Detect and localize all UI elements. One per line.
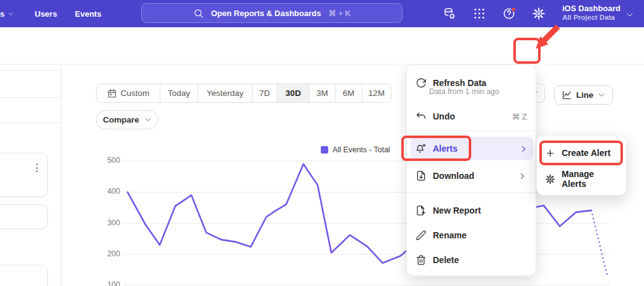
menu-item-shortcut: ⌘ Z	[511, 112, 527, 121]
plus-icon	[545, 148, 555, 158]
submenu-item-manage-alerts[interactable]: Manage Alerts	[539, 167, 625, 191]
chevron-right-icon	[518, 171, 527, 181]
help-icon[interactable]	[502, 7, 516, 20]
y-axis-tick: 200	[98, 249, 120, 258]
download-icon	[416, 170, 427, 181]
date-range-label: 6M	[343, 89, 355, 98]
menu-item-label: Download	[433, 171, 511, 181]
menu-item-alerts[interactable]: Alerts	[411, 137, 533, 160]
pencil-icon	[416, 230, 427, 241]
file-plus-icon	[416, 205, 427, 216]
date-range-control: Custom Today Yesterday 7D 30D 3M 6M 12M	[96, 84, 391, 103]
sidebar-card[interactable]	[0, 153, 48, 197]
date-range-label: Today	[168, 89, 190, 98]
date-range-label: 30D	[285, 89, 301, 98]
date-range-label: 3M	[316, 89, 328, 98]
top-navigation-bar: s Users Events Open Reports & Dashboards…	[0, 0, 644, 27]
search-shortcut: ⌘ + K	[328, 9, 350, 18]
y-axis-tick: 400	[98, 187, 120, 196]
menu-item-label: New Report	[433, 206, 527, 215]
submenu-item-label: Create Alert	[562, 148, 611, 158]
menu-item-label: Rename	[433, 230, 527, 240]
kebab-menu-icon[interactable]	[32, 162, 41, 174]
menu-item-label: Alerts	[433, 144, 513, 154]
notification-dot	[511, 7, 515, 11]
nav-item-truncated[interactable]: s	[0, 0, 14, 27]
chevron-down-icon	[144, 116, 152, 124]
sidebar-divider	[0, 97, 61, 98]
date-range-today[interactable]: Today	[160, 84, 198, 102]
y-axis-tick: 300	[98, 219, 120, 227]
apps-grid-icon[interactable]	[472, 7, 486, 20]
chevron-down-icon[interactable]	[625, 11, 634, 19]
y-axis-tick: 500	[98, 156, 120, 165]
menu-divider	[407, 131, 536, 131]
nav-item-label: Users	[35, 9, 57, 19]
menu-item-label: Delete	[433, 255, 527, 265]
sidebar-divider	[0, 123, 61, 123]
report-header	[0, 27, 644, 64]
menu-item-download[interactable]: Download	[407, 164, 536, 188]
trash-icon	[416, 254, 427, 266]
compare-button[interactable]: Compare	[96, 110, 159, 129]
calendar-icon	[107, 89, 117, 98]
date-range-label: Yesterday	[207, 89, 244, 98]
nav-item-events[interactable]: Events	[75, 0, 102, 27]
submenu-item-label: Manage Alerts	[562, 169, 619, 189]
date-range-label: 7D	[259, 89, 270, 98]
alerts-submenu: Create Alert Manage Alerts	[536, 135, 627, 196]
legend-swatch	[321, 146, 328, 154]
left-sidebar	[0, 64, 61, 286]
project-title: iOS Dashboard	[562, 4, 620, 13]
more-options-menu: Refresh Data Data from 1 min ago Undo ⌘ …	[406, 64, 536, 276]
chevron-right-icon	[519, 144, 528, 154]
line-chart-icon	[562, 90, 572, 100]
nav-item-users[interactable]: Users	[35, 0, 57, 27]
gear-icon	[545, 174, 555, 184]
chart-legend: All Events - Total	[321, 145, 390, 154]
menu-item-delete[interactable]: Delete	[407, 248, 536, 272]
date-range-3m[interactable]: 3M	[310, 84, 336, 102]
menu-item-sublabel: Data from 1 min ago	[429, 87, 499, 96]
project-switcher[interactable]: iOS Dashboard All Project Data	[562, 4, 620, 22]
undo-icon	[416, 111, 427, 122]
sidebar-card[interactable]	[0, 265, 48, 286]
menu-divider	[407, 193, 536, 193]
y-axis-tick: 100	[98, 280, 120, 286]
data-management-icon[interactable]	[443, 7, 456, 20]
project-subtitle: All Project Data	[562, 13, 620, 22]
search-placeholder: Open Reports & Dashboards	[211, 9, 321, 18]
date-range-12m[interactable]: 12M	[362, 84, 391, 102]
menu-item-new-report[interactable]: New Report	[407, 199, 536, 222]
refresh-icon	[416, 77, 427, 89]
date-range-yesterday[interactable]: Yesterday	[198, 84, 253, 102]
submenu-item-create-alert[interactable]: Create Alert	[539, 141, 625, 165]
nav-item-label: Events	[75, 9, 102, 19]
chevron-down-icon	[598, 91, 606, 99]
global-search-input[interactable]: Open Reports & Dashboards ⌘ + K	[141, 3, 402, 23]
menu-item-undo[interactable]: Undo ⌘ Z	[407, 105, 536, 128]
menu-item-label: Undo	[433, 111, 505, 121]
menu-item-rename[interactable]: Rename	[407, 223, 536, 247]
date-range-6m[interactable]: 6M	[336, 84, 362, 102]
mixpanel-report-page: 500 400 300 200 100 All Events - Total C…	[0, 0, 644, 286]
sidebar-divider	[0, 70, 61, 71]
sidebar-card[interactable]	[0, 204, 48, 229]
nav-item-label: s	[0, 9, 4, 19]
search-icon	[193, 8, 204, 19]
date-range-7d[interactable]: 7D	[253, 84, 277, 102]
settings-gear-icon[interactable]	[532, 7, 546, 20]
menu-item-label: Refresh Data	[433, 78, 527, 88]
compare-label: Compare	[103, 115, 139, 124]
date-range-custom[interactable]: Custom	[97, 84, 160, 102]
date-range-label: Custom	[121, 89, 150, 98]
date-range-label: 12M	[368, 89, 385, 98]
chevron-down-icon	[7, 11, 14, 17]
bell-plus-icon	[416, 143, 427, 154]
date-range-30d-selected[interactable]: 30D	[277, 84, 310, 102]
legend-label: All Events - Total	[333, 145, 390, 154]
chart-type-label: Line	[577, 90, 594, 100]
chart-type-button[interactable]: Line	[554, 85, 613, 105]
